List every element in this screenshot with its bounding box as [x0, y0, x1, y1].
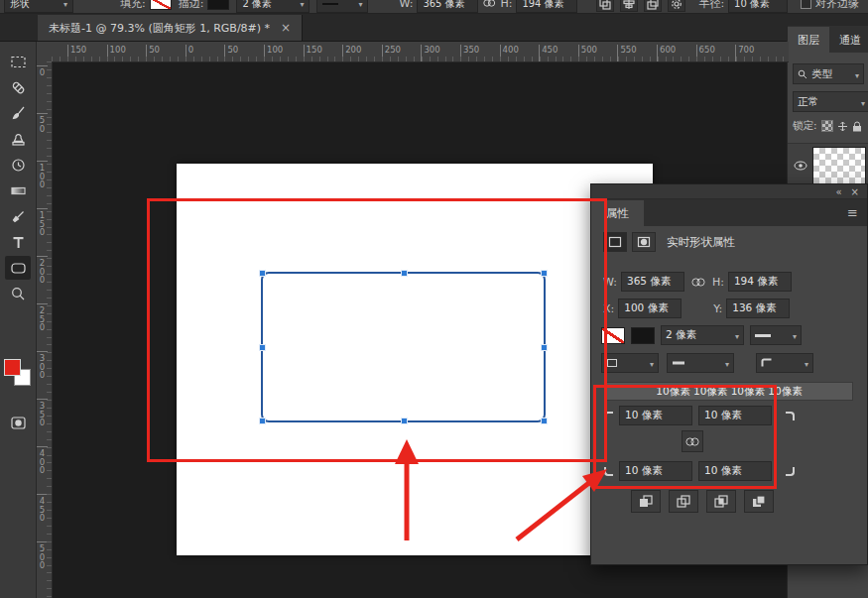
tool-mode-dropdown[interactable]: 形状	[4, 0, 73, 13]
pathfinder-merge-icon[interactable]	[631, 490, 661, 513]
align-edges-label: 对齐边缘	[815, 0, 859, 11]
close-panel-icon[interactable]: ×	[851, 186, 859, 197]
stroke-swatch[interactable]	[207, 0, 229, 10]
gear-icon[interactable]	[668, 0, 685, 12]
tool-mode-label: 形状	[10, 0, 30, 11]
shape-handle[interactable]	[541, 418, 548, 424]
document-tab[interactable]: 未标题-1 @ 79.3% (圆角矩形 1, RGB/8#) * ×	[38, 15, 303, 41]
link-wh-icon[interactable]	[688, 272, 708, 292]
radius-input[interactable]: 10 像素	[728, 0, 788, 13]
ruler-top-label: 350	[460, 45, 479, 61]
radius-summary-row: 10像素 10像素 10像素 10像素	[591, 382, 868, 401]
layer-thumbnail[interactable]	[812, 147, 866, 184]
properties-panel: « × 属性 ≡ 实时形状属性 W: 365 像素 H: 194 像素 X: 1…	[590, 183, 868, 565]
w-input[interactable]: 365 像素	[621, 272, 684, 292]
zoom-tool[interactable]	[5, 282, 31, 305]
stroke-width-dropdown[interactable]: 2 像素	[236, 0, 310, 13]
fill-swatch[interactable]	[601, 327, 625, 344]
panel-menu-icon[interactable]: ≡	[847, 205, 867, 226]
y-input[interactable]: 136 像素	[726, 299, 790, 318]
tab-channels[interactable]: 通道	[829, 27, 868, 53]
pathfinder-subtract-icon[interactable]	[669, 490, 698, 513]
stroke-caps-icon	[672, 359, 685, 367]
radius-br-value: 10 像素	[704, 464, 742, 478]
stroke-type-dropdown[interactable]	[316, 0, 368, 13]
align-edges-checkbox[interactable]	[801, 0, 811, 9]
x-input[interactable]: 100 像素	[618, 299, 682, 318]
quick-mask-icon[interactable]	[5, 411, 31, 434]
gradient-tool[interactable]	[5, 179, 31, 202]
rectangular-marquee-tool[interactable]	[5, 50, 31, 73]
type-tool[interactable]	[5, 230, 31, 254]
shape-handle[interactable]	[401, 270, 408, 277]
radius-top-left-input[interactable]: 10 像素	[619, 406, 692, 425]
radius-bottom-right-input[interactable]: 10 像素	[698, 461, 772, 481]
h-input[interactable]: 194 像素	[728, 272, 792, 292]
history-brush-tool[interactable]	[5, 153, 31, 177]
ruler-left-label: 350	[37, 399, 48, 427]
chevron-down-icon	[861, 96, 865, 108]
ruler-top-label: 250	[382, 45, 401, 61]
stroke-corners-dropdown[interactable]	[756, 353, 813, 373]
shape-handle[interactable]	[541, 344, 548, 351]
lock-position-icon[interactable]	[837, 121, 848, 132]
stroke-swatch[interactable]	[631, 327, 655, 344]
link-radius-row	[591, 430, 868, 452]
ruler-top-label: 150	[304, 45, 322, 61]
fill-swatch[interactable]	[150, 0, 172, 10]
eyedropper-tool[interactable]	[5, 204, 31, 228]
link-corner-radii-icon[interactable]	[682, 430, 703, 452]
layer-row[interactable]	[788, 143, 868, 188]
layers-tab-bar: 图层 通道	[788, 26, 868, 53]
brush-tool[interactable]	[5, 101, 31, 125]
height-value: 194 像素	[522, 0, 563, 11]
ruler-left-label: 50	[37, 113, 48, 133]
shape-properties-icon[interactable]	[603, 232, 627, 252]
ruler-top-label: 100	[107, 45, 126, 61]
ruler-left-label: 150	[37, 208, 48, 237]
close-document-icon[interactable]: ×	[281, 21, 291, 35]
stroke-type-dropdown[interactable]	[750, 325, 802, 345]
blend-mode-dropdown[interactable]: 正常	[793, 91, 868, 112]
lock-all-icon[interactable]	[852, 121, 862, 132]
healing-brush-tool[interactable]	[5, 75, 31, 99]
h-value: 194 像素	[734, 275, 778, 289]
link-dimensions-icon[interactable]	[482, 0, 496, 10]
ruler-left-label: 450	[37, 494, 48, 523]
tab-layers[interactable]: 图层	[788, 27, 829, 53]
lock-transparency-icon[interactable]	[821, 120, 833, 132]
collapse-panel-icon[interactable]: «	[835, 186, 841, 197]
w-label: W:	[603, 276, 617, 289]
shape-handle[interactable]	[259, 344, 266, 351]
foreground-color-swatch[interactable]	[4, 359, 21, 376]
shape-handle[interactable]	[541, 270, 548, 277]
path-alignment-icon[interactable]	[620, 0, 638, 12]
shape-handle[interactable]	[259, 270, 266, 277]
mask-properties-icon[interactable]	[632, 232, 656, 252]
layer-filter-dropdown[interactable]: 类型	[793, 63, 864, 84]
rounded-rectangle-shape[interactable]	[261, 272, 546, 422]
path-arrangement-icon[interactable]	[644, 0, 662, 12]
shape-handle[interactable]	[401, 418, 408, 424]
clone-stamp-tool[interactable]	[5, 127, 31, 151]
path-operations-icon[interactable]	[596, 0, 614, 12]
stroke-width-dropdown[interactable]: 2 像素	[661, 325, 744, 345]
radius-summary-field[interactable]: 10像素 10像素 10像素 10像素	[605, 382, 853, 401]
tab-properties[interactable]: 属性	[591, 200, 644, 226]
radius-top-right-input[interactable]: 10 像素	[698, 406, 772, 425]
fill-stroke-row: 2 像素	[591, 325, 868, 345]
rounded-rectangle-tool[interactable]	[5, 256, 31, 280]
ruler-origin-corner[interactable]	[36, 42, 53, 62]
radius-bottom-left-input[interactable]: 10 像素	[619, 461, 692, 481]
document-page[interactable]	[177, 164, 653, 555]
pathfinder-exclude-icon[interactable]	[744, 490, 774, 513]
layer-visibility-eye-icon[interactable]	[794, 161, 807, 171]
shape-handle[interactable]	[259, 418, 266, 424]
height-input[interactable]: 194 像素	[516, 0, 577, 13]
stroke-align-dropdown[interactable]	[601, 353, 659, 373]
pathfinder-intersect-icon[interactable]	[706, 490, 736, 513]
properties-panel-header: « ×	[591, 184, 867, 199]
ruler-left-label: 250	[37, 303, 48, 332]
stroke-caps-dropdown[interactable]	[667, 353, 734, 373]
width-input[interactable]: 365 像素	[417, 0, 478, 13]
